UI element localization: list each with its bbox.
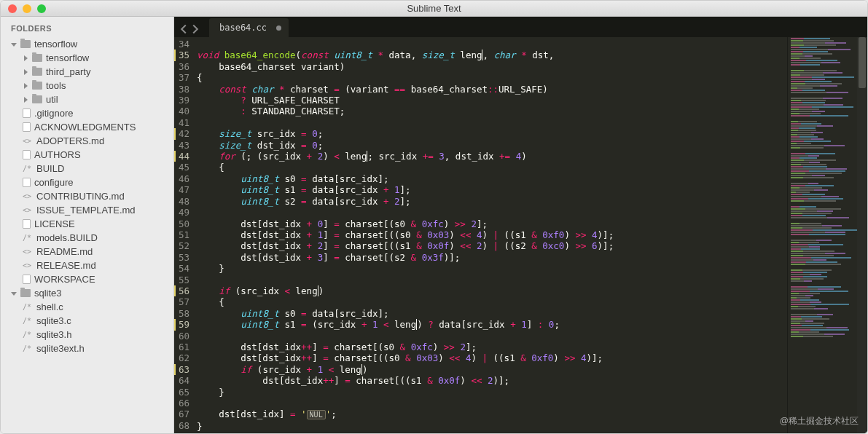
titlebar: Sublime Text xyxy=(1,1,867,17)
file-item[interactable]: /*models.BUILD xyxy=(12,231,173,245)
disclosure-icon xyxy=(23,97,28,103)
tree-item-label: ACKNOWLEDGMENTS xyxy=(34,122,136,133)
disclosure-icon xyxy=(11,42,17,47)
folder-icon xyxy=(32,82,42,90)
folder-icon xyxy=(32,95,42,103)
file-item[interactable]: /*shell.c xyxy=(12,300,173,314)
file-type-icon: /* xyxy=(23,234,33,242)
disclosure-icon xyxy=(23,69,28,75)
file-item[interactable]: <>ADOPTERS.md xyxy=(12,134,173,148)
close-window-button[interactable] xyxy=(8,4,17,13)
disclosure-icon xyxy=(23,55,28,61)
tree-item-label: AUTHORS xyxy=(34,149,81,160)
tree-item-label: BUILD xyxy=(36,163,64,174)
tree-item-label: README.md xyxy=(36,246,93,257)
folder-item[interactable]: tensorflow xyxy=(1,37,173,51)
minimap[interactable] xyxy=(787,37,867,433)
nav-forward-button[interactable] xyxy=(190,24,200,34)
file-item[interactable]: AUTHORS xyxy=(12,148,173,162)
tab-file[interactable]: base64.cc xyxy=(209,18,289,37)
file-item[interactable]: <>ISSUE_TEMPLATE.md xyxy=(12,203,173,217)
line-gutter[interactable]: 3435363738394041424344454647484950515253… xyxy=(174,37,197,433)
folder-icon xyxy=(20,289,31,297)
minimize-window-button[interactable] xyxy=(23,4,31,13)
file-item[interactable]: <>README.md xyxy=(12,245,173,259)
folder-icon xyxy=(20,40,31,48)
file-type-icon: <> xyxy=(23,248,33,256)
file-item[interactable]: /*BUILD xyxy=(12,162,173,175)
tree-item-label: third_party xyxy=(46,66,90,77)
file-item[interactable]: .gitignore xyxy=(12,106,173,120)
tree-item-label: util xyxy=(46,94,58,105)
tree-item-label: WORKSPACE xyxy=(34,274,95,285)
tree-item-label: sqlite3.c xyxy=(36,315,71,326)
file-item[interactable]: ACKNOWLEDGMENTS xyxy=(12,120,173,134)
tree-item-label: ADOPTERS.md xyxy=(36,135,104,146)
folder-item[interactable]: tensorflow xyxy=(12,51,173,65)
file-type-icon: <> xyxy=(23,261,33,269)
file-type-icon: <> xyxy=(23,206,33,214)
tree-item-label: shell.c xyxy=(36,301,63,312)
file-item[interactable]: <>RELEASE.md xyxy=(12,259,173,272)
tree-item-label: tensorflow xyxy=(34,39,77,50)
tree-item-label: tensorflow xyxy=(46,52,89,63)
folder-item[interactable]: tools xyxy=(12,79,173,92)
folder-icon xyxy=(32,68,42,76)
tree-item-label: configure xyxy=(34,177,73,188)
editor-pane: base64.cc 343536373839404142434445464748… xyxy=(174,17,867,433)
tab-dirty-indicator-icon xyxy=(276,25,281,31)
tree-item-label: CONTRIBUTING.md xyxy=(36,191,125,202)
tree-item-label: .gitignore xyxy=(34,108,73,119)
tree-item-label: sqlite3.h xyxy=(36,329,71,340)
maximize-window-button[interactable] xyxy=(37,4,46,13)
folders-heading: FOLDERS xyxy=(1,21,173,37)
file-type-icon: <> xyxy=(23,137,33,145)
file-type-icon: /* xyxy=(23,317,33,325)
sidebar: FOLDERS tensorflowtensorflowthird_partyt… xyxy=(1,17,174,433)
tree-item-label: sqlite3 xyxy=(34,288,62,299)
folder-item[interactable]: util xyxy=(12,92,173,106)
watermark-text: @稀土掘金技术社区 xyxy=(780,415,859,427)
file-item[interactable]: LICENSE xyxy=(12,217,173,231)
code-text[interactable]: void base64_encode(const uint8_t * data,… xyxy=(197,37,787,433)
tree-item-label: RELEASE.md xyxy=(36,260,96,271)
file-type-icon: /* xyxy=(23,344,33,352)
tree-item-label: models.BUILD xyxy=(36,232,98,243)
file-item[interactable]: <>CONTRIBUTING.md xyxy=(12,189,173,203)
tree-item-label: LICENSE xyxy=(34,218,75,229)
file-icon xyxy=(23,219,31,229)
file-item[interactable]: configure xyxy=(12,175,173,189)
file-icon xyxy=(23,122,31,132)
file-item[interactable]: /*sqlite3.h xyxy=(12,328,173,342)
file-icon xyxy=(23,150,31,159)
tab-bar: base64.cc xyxy=(174,17,867,37)
file-type-icon: /* xyxy=(23,331,33,339)
file-type-icon: /* xyxy=(23,165,33,173)
disclosure-icon xyxy=(23,83,28,89)
file-item[interactable]: WORKSPACE xyxy=(12,272,173,286)
scrollbar-thumb[interactable] xyxy=(859,37,866,88)
folder-icon xyxy=(32,54,42,62)
file-item[interactable]: /*sqlite3.c xyxy=(12,314,173,328)
file-item[interactable]: /*sqlite3ext.h xyxy=(12,342,173,355)
nav-back-button[interactable] xyxy=(179,24,189,34)
tab-label: base64.cc xyxy=(219,23,267,33)
file-icon xyxy=(23,275,31,284)
file-type-icon: /* xyxy=(23,303,33,311)
disclosure-icon xyxy=(11,291,17,296)
folder-item[interactable]: sqlite3 xyxy=(1,286,173,300)
tree-item-label: ISSUE_TEMPLATE.md xyxy=(36,205,136,216)
file-icon xyxy=(23,108,31,118)
window-title: Sublime Text xyxy=(1,3,867,14)
tree-item-label: tools xyxy=(46,80,66,91)
folder-item[interactable]: third_party xyxy=(12,65,173,79)
vertical-scrollbar[interactable] xyxy=(857,37,867,433)
file-icon xyxy=(23,178,31,187)
tree-item-label: sqlite3ext.h xyxy=(36,343,85,354)
file-type-icon: <> xyxy=(23,192,33,200)
